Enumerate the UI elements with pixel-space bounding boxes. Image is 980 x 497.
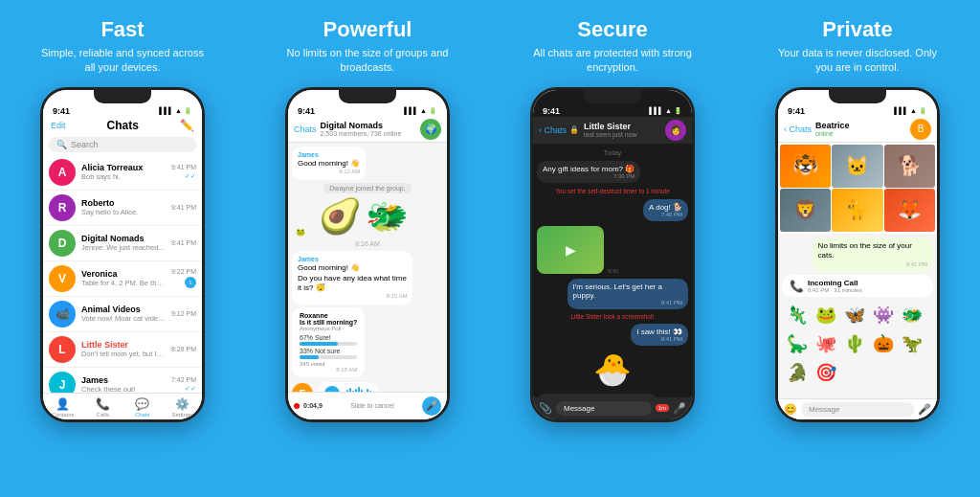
chat-item-roberto[interactable]: R Roberto Say hello to Alice. 9:41 PM bbox=[43, 191, 202, 226]
phone2-notch bbox=[339, 90, 396, 103]
chat-item-alicia[interactable]: A Alicia Torreaux Bob says hi. 9:41 PM ✓… bbox=[43, 155, 202, 191]
panel-private-title: Private bbox=[822, 17, 892, 42]
settings-icon: ⚙️ bbox=[175, 397, 189, 411]
bottom-tabs: 👤 Contacts 📞 Calls 💬 Chats ⚙️ Settings bbox=[43, 393, 202, 419]
battery-icon2: 🔋 bbox=[429, 107, 437, 115]
chat-item-digital-nomads[interactable]: D Digital Nomads Jennie: We just reached… bbox=[43, 226, 202, 261]
group-info: Digital Nomads 2,503 members, 736 online bbox=[321, 121, 416, 137]
photo-tiger: 🐯 bbox=[780, 145, 831, 188]
panel-secure-title: Secure bbox=[577, 17, 647, 42]
phone4-notch bbox=[829, 90, 886, 103]
mic-icon-private[interactable]: 🎤 bbox=[918, 403, 931, 416]
chat-info-veronica: Veronica Table for 4, 2 PM. Be there. bbox=[81, 269, 166, 287]
phone4-time: 9:41 bbox=[788, 106, 805, 116]
video-time: 9:41 bbox=[608, 268, 619, 274]
sticker-10: 🦖 bbox=[899, 330, 925, 357]
signal-icon2: ▌▌▌ bbox=[404, 107, 418, 114]
search-icon: 🔍 bbox=[56, 140, 67, 149]
panel-fast-title: Fast bbox=[100, 17, 144, 42]
avatar-alicia: A bbox=[49, 159, 76, 186]
voice-msg-row: E ▶ bbox=[292, 380, 443, 392]
edit-button[interactable]: Edit bbox=[51, 121, 66, 130]
wifi-icon2: ▲ bbox=[420, 107, 427, 114]
chat-info-alicia: Alicia Torreaux Bob says hi. bbox=[81, 163, 166, 181]
wifi-icon: ▲ bbox=[175, 107, 182, 114]
chat-info-animal-videos: Animal Videos Vote now! Moar cat videos.… bbox=[81, 305, 166, 323]
panel-powerful-title: Powerful bbox=[323, 17, 412, 42]
photo-grid: 🐯 🐱 🐕 🦁 🐈 🦊 bbox=[778, 143, 937, 234]
time-divider: 8:16 AM bbox=[292, 240, 443, 247]
phone4: 9:41 ▌▌▌ ▲ 🔋 ‹ Chats Beatrice online B bbox=[775, 87, 940, 422]
incoming-call: 📞 Incoming Call 8:41 PM · 31 minutes bbox=[782, 275, 933, 297]
secure-info: Little Sister last seen just now bbox=[584, 122, 662, 138]
msg-system-join: Dwayne joined the group. bbox=[323, 183, 411, 193]
phone2-status-icons: ▌▌▌ ▲ 🔋 bbox=[404, 107, 437, 115]
phone1-wrapper: 9:41 ▌▌▌ ▲ 🔋 Edit Chats ✏️ 🔍 Search bbox=[40, 87, 205, 487]
tab-calls[interactable]: 📞 Calls bbox=[83, 397, 123, 418]
emoji-icon[interactable]: 😊 bbox=[784, 403, 797, 416]
phone1-screen: 9:41 ▌▌▌ ▲ 🔋 Edit Chats ✏️ 🔍 Search bbox=[43, 90, 202, 419]
chat-info-little-sister: Little Sister Don't tell mom yet, but I … bbox=[81, 340, 166, 358]
phone3-status-icons: ▌▌▌ ▲ 🔋 bbox=[649, 107, 682, 115]
private-back-button[interactable]: ‹ Chats bbox=[784, 124, 812, 134]
phone4-wrapper: 9:41 ▌▌▌ ▲ 🔋 ‹ Chats Beatrice online B bbox=[775, 87, 940, 487]
avatar-little-sister: L bbox=[49, 336, 76, 363]
photo-owl: 🦁 bbox=[780, 189, 831, 232]
secure-msg-gift: Any gift ideas for mom? 🎁 7:39 PM bbox=[537, 161, 640, 183]
attachment-icon[interactable]: 📎 bbox=[539, 402, 552, 415]
group-back-button[interactable]: Chats bbox=[294, 124, 317, 134]
avatar-roberto: R bbox=[49, 194, 76, 221]
phone-icon: 📞 bbox=[790, 280, 804, 293]
search-bar[interactable]: 🔍 Search bbox=[49, 137, 196, 152]
chat-item-little-sister[interactable]: L Little Sister Don't tell mom yet, but … bbox=[43, 332, 202, 368]
chick-sticker: 🐣 bbox=[537, 351, 688, 388]
tab-contacts[interactable]: 👤 Contacts bbox=[43, 397, 83, 418]
contacts-icon: 👤 bbox=[56, 397, 70, 411]
phone2-status-bar: 9:41 ▌▌▌ ▲ 🔋 bbox=[288, 103, 447, 117]
avatar-james: J bbox=[49, 372, 76, 393]
mic-icon[interactable]: 🎤 bbox=[673, 402, 686, 415]
signal-icon4: ▌▌▌ bbox=[894, 107, 908, 114]
signal-icon: ▌▌▌ bbox=[159, 107, 173, 114]
secure-back-button[interactable]: ‹ Chats bbox=[539, 125, 567, 135]
secure-chat-status: last seen just now bbox=[584, 131, 662, 138]
photo-dog: 🐕 bbox=[884, 145, 935, 188]
group-avatar: 🌍 bbox=[420, 119, 441, 140]
play-overlay-icon: ▶ bbox=[566, 242, 576, 258]
panel-fast-subtitle: Simple, reliable and synced across all y… bbox=[36, 46, 209, 76]
sticker-area: 🐸 🥑 🐲 bbox=[292, 196, 443, 237]
chat-item-animal-videos[interactable]: 📹 Animal Videos Vote now! Moar cat video… bbox=[43, 297, 202, 332]
call-duration: 8:41 PM · 31 minutes bbox=[808, 287, 862, 293]
private-msg-time: 8:41 PM bbox=[818, 261, 927, 269]
lock-icon: 🔒 bbox=[569, 125, 579, 134]
timer-badge: 1m bbox=[656, 404, 669, 412]
chat-item-james[interactable]: J James Check these out! 7:42 PM ✓✓ bbox=[43, 368, 202, 393]
sticker-5: 🐲 bbox=[899, 302, 925, 328]
msg-james-2: James Good morning! 👋Do you have any ide… bbox=[292, 251, 412, 305]
secure-msg-saw: I saw this! 👀 9:41 PM bbox=[631, 324, 688, 346]
secure-message-input[interactable]: Message bbox=[556, 401, 652, 416]
phone2-time: 9:41 bbox=[298, 106, 315, 116]
mic-button[interactable]: 🎤 bbox=[422, 396, 441, 416]
panel-powerful-subtitle: No limits on the size of groups and broa… bbox=[281, 46, 454, 76]
photo-fox: 🦊 bbox=[884, 189, 935, 232]
photo-lion: 🐈 bbox=[832, 189, 882, 232]
chats-title: Chats bbox=[107, 119, 139, 132]
battery-icon4: 🔋 bbox=[919, 107, 927, 115]
tab-chats[interactable]: 💬 Chats bbox=[122, 397, 163, 418]
panel-secure: Secure All chats are protected with stro… bbox=[490, 0, 735, 497]
secure-msg-serious: I'm serious. Let's get her a puppy. 9:41… bbox=[568, 279, 688, 309]
msg-james-1: James Good morning! 👋 8:12 AM bbox=[292, 147, 366, 180]
tab-settings[interactable]: ⚙️ Settings bbox=[163, 397, 203, 418]
phone1-notch bbox=[94, 90, 151, 103]
dragon-sticker: 🐲 bbox=[366, 196, 409, 237]
chat-item-veronica[interactable]: V Veronica Table for 4, 2 PM. Be there. … bbox=[43, 261, 202, 297]
phone3-screen: 9:41 ▌▌▌ ▲ 🔋 ‹ Chats 🔒 Little Sister las… bbox=[533, 90, 692, 419]
secure-msg-dog: A dog! 🐕 7:40 PM bbox=[643, 199, 688, 221]
private-message-input[interactable]: Message bbox=[801, 402, 914, 417]
sticker-1: 🦎 bbox=[784, 302, 811, 328]
recording-bar: 0:04,9 Slide to cancel 🎤 bbox=[288, 392, 447, 419]
panel-powerful: Powerful No limits on the size of groups… bbox=[245, 0, 490, 497]
compose-icon[interactable]: ✏️ bbox=[180, 119, 194, 132]
private-chat-name: Beatrice bbox=[815, 121, 906, 130]
